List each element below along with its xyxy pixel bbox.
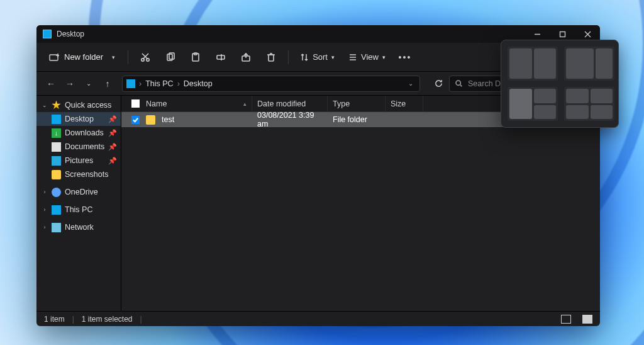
chevron-right-icon: › — [42, 206, 48, 213]
folder-icon — [146, 115, 155, 125]
file-name: test — [162, 115, 174, 124]
sidebar-label: This PC — [65, 205, 92, 214]
cut-button[interactable] — [135, 47, 156, 68]
column-type[interactable]: Type — [328, 96, 386, 111]
network-icon — [52, 223, 61, 232]
status-count: 1 item — [44, 315, 65, 324]
view-button[interactable]: View ▾ — [343, 48, 391, 65]
file-type: File folder — [328, 115, 386, 124]
copy-button[interactable] — [160, 47, 181, 68]
column-size[interactable]: Size — [386, 96, 423, 111]
svg-rect-18 — [269, 55, 274, 61]
picture-icon — [52, 156, 61, 166]
snap-layouts-flyout — [501, 40, 619, 128]
sidebar-item-label: Screenshots — [65, 170, 108, 179]
cloud-icon — [52, 188, 61, 197]
breadcrumb[interactable]: Desktop — [184, 79, 213, 88]
chevron-down-icon: ⌄ — [42, 102, 48, 108]
document-icon — [52, 142, 61, 152]
chevron-down-icon: ▾ — [331, 54, 335, 60]
column-name[interactable]: Name ▴ — [126, 96, 252, 111]
sidebar-item-label: Desktop — [65, 115, 94, 123]
search-icon — [455, 79, 463, 88]
snap-layout-option[interactable] — [508, 87, 558, 121]
sort-button[interactable]: Sort ▾ — [295, 48, 340, 65]
column-date[interactable]: Date modified — [252, 96, 328, 111]
sidebar-quick-access[interactable]: ⌄ Quick access — [36, 98, 121, 112]
separator — [288, 50, 289, 64]
details-view-button[interactable] — [561, 315, 571, 324]
chevron-down-icon: ▾ — [112, 54, 115, 60]
star-icon — [52, 101, 61, 110]
sidebar-label: Network — [65, 223, 94, 232]
separator — [128, 50, 128, 64]
sidebar: ⌄ Quick access Desktop 📌 Downloads 📌 Doc… — [36, 96, 121, 311]
folder-icon — [52, 170, 61, 179]
select-all-checkbox[interactable] — [131, 99, 140, 108]
chevron-down-icon: ▾ — [382, 54, 386, 60]
share-button[interactable] — [235, 47, 257, 68]
monitor-icon — [52, 205, 61, 215]
column-label: Size — [391, 99, 406, 108]
svg-rect-15 — [217, 55, 225, 59]
file-date: 03/08/2021 3:39 am — [252, 111, 328, 128]
sort-label: Sort — [313, 52, 328, 62]
column-label: Date modified — [257, 99, 306, 108]
paste-button[interactable] — [185, 47, 206, 68]
sidebar-item-screenshots[interactable]: Screenshots — [36, 167, 121, 181]
chevron-right-icon: › — [42, 189, 48, 195]
svg-rect-1 — [560, 31, 565, 37]
window-title: Desktop — [57, 30, 84, 38]
file-list: Name ▴ Date modified Type Size test 03/0… — [121, 96, 600, 311]
chevron-right-icon: › — [42, 224, 48, 230]
status-selected: 1 item selected — [82, 315, 133, 324]
back-button[interactable]: ← — [43, 76, 59, 92]
row-checkbox[interactable] — [131, 116, 140, 124]
sidebar-item-label: Documents — [65, 142, 104, 151]
rename-button[interactable] — [210, 47, 231, 68]
pin-icon: 📌 — [108, 115, 117, 123]
more-button[interactable]: ••• — [394, 47, 416, 68]
new-folder-label: New folder — [64, 52, 103, 62]
svg-line-25 — [460, 85, 462, 86]
sidebar-onedrive[interactable]: › OneDrive — [36, 185, 121, 199]
snap-layout-option[interactable] — [508, 47, 558, 81]
forward-button[interactable]: → — [62, 76, 78, 92]
sidebar-item-label: Downloads — [65, 128, 104, 137]
snap-layout-option[interactable] — [564, 47, 614, 81]
column-label: Type — [333, 99, 350, 108]
sidebar-item-label: Pictures — [65, 156, 93, 165]
sidebar-item-documents[interactable]: Documents 📌 — [36, 140, 121, 154]
address-bar[interactable]: › This PC › Desktop ⌄ — [122, 76, 420, 92]
monitor-icon — [43, 30, 52, 38]
sidebar-item-desktop[interactable]: Desktop 📌 — [36, 112, 121, 126]
pin-icon: 📌 — [108, 143, 117, 151]
monitor-icon — [126, 79, 135, 88]
column-label: Name — [146, 99, 167, 108]
recent-button[interactable]: ⌄ — [80, 76, 97, 92]
new-folder-button[interactable]: New folder ▾ — [43, 48, 121, 66]
breadcrumb[interactable]: This PC — [145, 79, 173, 88]
sidebar-thispc[interactable]: › This PC — [36, 203, 121, 217]
refresh-button[interactable] — [430, 76, 447, 92]
up-button[interactable]: ↑ — [99, 76, 116, 92]
sidebar-network[interactable]: › Network — [36, 220, 121, 234]
delete-button[interactable] — [260, 47, 282, 68]
monitor-icon — [52, 115, 61, 124]
sidebar-item-downloads[interactable]: Downloads 📌 — [36, 126, 121, 140]
chevron-down-icon[interactable]: ⌄ — [406, 77, 416, 89]
download-icon — [52, 128, 61, 138]
pin-icon: 📌 — [108, 157, 117, 165]
sidebar-label: Quick access — [65, 101, 111, 110]
thumbnails-view-button[interactable] — [582, 315, 592, 324]
pin-icon: 📌 — [108, 129, 117, 137]
sidebar-item-pictures[interactable]: Pictures 📌 — [36, 154, 121, 167]
sidebar-label: OneDrive — [65, 188, 98, 196]
svg-point-24 — [456, 81, 460, 85]
snap-layout-option[interactable] — [564, 87, 614, 121]
status-bar: 1 item | 1 item selected | — [36, 311, 600, 326]
sort-indicator-icon: ▴ — [243, 101, 247, 107]
view-label: View — [361, 52, 379, 62]
